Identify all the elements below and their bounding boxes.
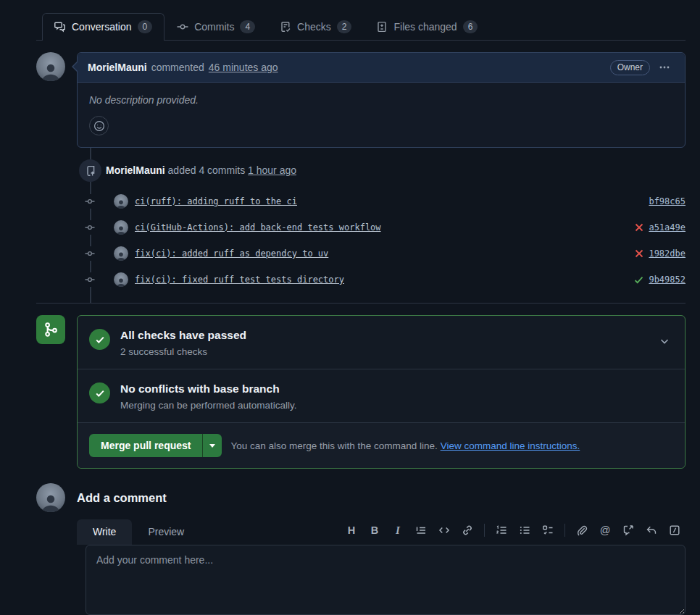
git-commit-icon — [84, 220, 96, 235]
checks-passed-title: All checks have passed — [120, 327, 646, 342]
event-timestamp-link[interactable]: 1 hour ago — [248, 164, 296, 176]
no-description-text: No description provided. — [89, 94, 673, 106]
git-merge-icon — [36, 315, 65, 344]
tab-counter: 6 — [463, 20, 478, 33]
x-failed-icon[interactable] — [635, 249, 643, 258]
tab-files-changed[interactable]: Files changed 6 — [364, 13, 490, 41]
link-icon[interactable] — [457, 520, 478, 540]
comment-timestamp-link[interactable]: 46 minutes ago — [209, 62, 278, 73]
add-comment-header: Add a comment — [36, 483, 686, 512]
event-text: added 4 commits — [168, 164, 246, 176]
commit-sha-link[interactable]: 1982dbe — [649, 248, 686, 259]
file-diff-icon — [376, 21, 388, 33]
quote-icon[interactable] — [410, 520, 432, 540]
check-passed-icon[interactable] — [634, 275, 643, 285]
chevron-down-icon[interactable] — [656, 332, 673, 352]
avatar[interactable] — [114, 246, 128, 261]
pr-conversation-page: Conversation 0 Commits 4 Checks 2 — [0, 0, 700, 615]
tab-preview[interactable]: Preview — [132, 519, 200, 545]
comment-header: MorielMauni commented 46 minutes ago Own… — [78, 53, 685, 83]
mention-icon[interactable]: @ — [594, 520, 616, 540]
commit-message-link[interactable]: fix(ci): fixed ruff test tests directory — [135, 275, 344, 285]
code-icon[interactable] — [433, 520, 455, 540]
commit-row: fix(ci): added ruff as dependcy to uv 19… — [36, 240, 686, 267]
pr-tabnav: Conversation 0 Commits 4 Checks 2 — [36, 13, 686, 41]
no-conflicts-subtitle: Merging can be performed automatically. — [120, 400, 673, 411]
commit-message-link[interactable]: fix(ci): added ruff as dependcy to uv — [135, 248, 328, 259]
check-circle-icon — [89, 329, 110, 350]
commit-sha-link[interactable]: a51a49e — [649, 222, 686, 233]
avatar[interactable] — [114, 220, 128, 235]
tab-counter: 0 — [138, 20, 153, 33]
comment-author[interactable]: MorielMauni — [88, 62, 147, 73]
conflicts-status-section: No conflicts with base branch Merging ca… — [78, 369, 685, 423]
reply-icon[interactable] — [641, 520, 662, 540]
commit-sha-link[interactable]: bf98c65 — [649, 196, 686, 206]
task-list-icon[interactable] — [537, 520, 559, 540]
comment-body: No description provided. — [78, 83, 685, 147]
avatar[interactable] — [36, 52, 65, 81]
tab-label: Checks — [297, 21, 331, 33]
italic-icon[interactable]: I — [387, 520, 409, 540]
checklist-icon — [280, 21, 291, 33]
merge-pull-request-button[interactable]: Merge pull request — [89, 434, 202, 457]
add-reaction-button[interactable] — [89, 116, 109, 135]
add-comment-title: Add a comment — [77, 491, 167, 505]
cli-instructions-link[interactable]: View command line instructions. — [441, 440, 580, 451]
x-failed-icon[interactable] — [635, 223, 643, 232]
tab-counter: 2 — [337, 20, 352, 33]
commits-added-event: MorielMauni added 4 commits 1 hour ago — [36, 159, 686, 181]
cli-merge-text: You can also merge this with the command… — [230, 440, 437, 451]
commit-list: ci(ruff): adding ruff to the ci bf98c65 … — [36, 188, 686, 293]
checks-status-section: All checks have passed 2 successful chec… — [78, 316, 685, 369]
avatar[interactable] — [114, 272, 128, 287]
tab-commits[interactable]: Commits 4 — [164, 13, 267, 41]
commit-message-link[interactable]: ci(ruff): adding ruff to the ci — [135, 196, 297, 206]
check-circle-icon — [89, 382, 110, 403]
comment-textarea[interactable] — [86, 545, 686, 615]
commit-message-link[interactable]: ci(GitHub-Actions): add back-end tests w… — [135, 222, 381, 233]
toolbar-separator — [484, 524, 485, 537]
bullet-list-icon[interactable] — [514, 520, 536, 540]
bold-icon[interactable]: B — [364, 520, 386, 540]
pr-description-comment: MorielMauni commented 46 minutes ago Own… — [36, 52, 686, 148]
commit-row: ci(ruff): adding ruff to the ci bf98c65 — [36, 188, 686, 214]
tab-write[interactable]: Write — [77, 519, 132, 545]
event-author[interactable]: MorielMauni — [106, 164, 165, 176]
markdown-toolbar: H B I — [341, 520, 686, 545]
comment-discussion-icon — [54, 21, 66, 33]
git-commit-icon — [84, 272, 96, 287]
merge-footer: Merge pull request You can also merge th… — [78, 423, 685, 468]
avatar[interactable] — [114, 194, 128, 209]
tab-label: Conversation — [72, 21, 132, 33]
toolbar-separator — [564, 524, 565, 537]
heading-icon[interactable]: H — [341, 520, 362, 540]
kebab-menu-icon[interactable] — [654, 59, 675, 76]
merge-box: All checks have passed 2 successful chec… — [77, 315, 686, 469]
tab-label: Files changed — [393, 21, 457, 33]
commit-sha-link[interactable]: 9b49852 — [649, 275, 686, 285]
slash-command-icon[interactable] — [664, 520, 686, 540]
repo-push-icon — [79, 159, 101, 182]
no-conflicts-title: No conflicts with base branch — [120, 381, 673, 396]
cross-reference-icon[interactable] — [617, 520, 639, 540]
merge-options-dropdown[interactable] — [202, 434, 222, 457]
avatar — [36, 483, 65, 512]
tab-checks[interactable]: Checks 2 — [267, 13, 364, 41]
numbered-list-icon[interactable] — [491, 520, 512, 540]
comment-form: Write Preview H B I — [77, 519, 686, 615]
comment-form-tabs: Write Preview H B I — [77, 519, 686, 545]
git-commit-icon — [84, 194, 96, 209]
comment-box: MorielMauni commented 46 minutes ago Own… — [77, 52, 686, 148]
checks-passed-subtitle: 2 successful checks — [120, 346, 646, 357]
tab-conversation[interactable]: Conversation 0 — [42, 13, 164, 41]
owner-badge: Owner — [610, 60, 650, 75]
paperclip-icon[interactable] — [571, 520, 593, 540]
pr-timeline: MorielMauni added 4 commits 1 hour ago c… — [36, 148, 686, 303]
caret-down-icon — [209, 444, 215, 451]
commit-row: fix(ci): fixed ruff test tests directory… — [36, 267, 686, 293]
commit-row: ci(GitHub-Actions): add back-end tests w… — [36, 214, 686, 240]
tab-label: Commits — [194, 21, 234, 33]
tab-counter: 4 — [240, 20, 255, 33]
git-commit-icon — [177, 21, 188, 33]
